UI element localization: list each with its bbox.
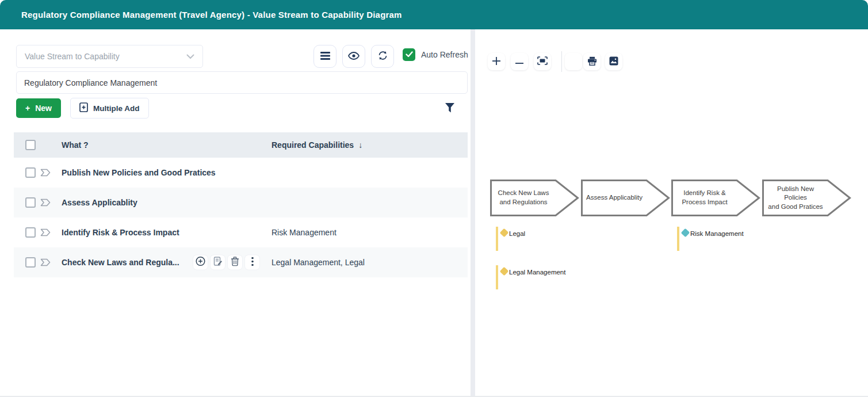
- preview-button[interactable]: [342, 45, 365, 68]
- hamburger-icon: [320, 52, 330, 62]
- multiple-add-label: Multiple Add: [93, 104, 140, 113]
- row-checkbox[interactable]: [25, 167, 36, 178]
- row-what: Publish New Policies and Good Pratices: [62, 168, 216, 177]
- value-stream-stage[interactable]: Check New Laws and Regulations: [490, 180, 579, 216]
- auto-refresh-label: Auto Refresh: [421, 50, 468, 59]
- plus-icon: [492, 56, 501, 67]
- zoom-in-button[interactable]: [488, 53, 505, 70]
- value-stream-stage[interactable]: Assess Applicablity: [581, 180, 670, 216]
- toolbar-separator: [561, 51, 562, 72]
- chevron-down-icon: [186, 51, 194, 62]
- capability-label: Risk Management: [690, 230, 744, 237]
- export-image-button[interactable]: [605, 53, 622, 70]
- stage-chevron-icon: [40, 228, 51, 239]
- table-row[interactable]: Check New Laws and Regula...: [14, 247, 468, 277]
- sort-desc-icon: ↓: [358, 140, 362, 150]
- multiple-add-icon: [79, 102, 88, 114]
- row-capabilities: Risk Management: [272, 228, 337, 237]
- panel-divider[interactable]: [471, 29, 475, 397]
- print-button[interactable]: [583, 53, 601, 70]
- capability-diamond-icon: [681, 228, 690, 238]
- minus-icon: [515, 58, 524, 66]
- fit-to-screen-button[interactable]: [534, 53, 551, 70]
- select-all-checkbox[interactable]: [25, 140, 36, 150]
- table-row[interactable]: Publish New Policies and Good Pratices: [14, 158, 468, 188]
- row-what: Identify Risk & Process Impact: [62, 228, 179, 237]
- stage-label: Assess Applicablity: [584, 180, 645, 216]
- table-header-row: What ? Required Capabilities ↓: [14, 132, 468, 158]
- edit-note-icon: [213, 257, 223, 269]
- diagram-panel: Check New Laws and Regulations Assess Ap…: [475, 29, 868, 397]
- column-header-what[interactable]: What ?: [62, 140, 89, 150]
- circle-plus-icon: [196, 257, 205, 269]
- diagram-type-value: Value Stream to Capability: [25, 52, 186, 61]
- row-capabilities: Legal Management, Legal: [272, 258, 365, 267]
- capability-bar: [677, 227, 679, 251]
- editor-panel: Value Stream to Capability: [0, 29, 471, 397]
- capability-diamond-icon: [500, 228, 509, 238]
- capability-bar: [496, 227, 498, 251]
- diagram-type-select[interactable]: Value Stream to Capability: [16, 45, 203, 68]
- table-row[interactable]: Identify Risk & Process Impact Risk Mana…: [14, 217, 468, 247]
- filter-funnel-icon: [445, 105, 455, 115]
- row-what: Check New Laws and Regula...: [62, 258, 179, 267]
- menu-button[interactable]: [313, 45, 337, 68]
- title-bar: Regulatory Compliance Management (Travel…: [0, 0, 868, 29]
- row-what: Assess Applicablity: [62, 198, 137, 207]
- row-more-button[interactable]: [245, 255, 259, 270]
- column-header-capabilities-label: Required Capabilities: [272, 140, 354, 150]
- stage-chevron-icon: [40, 199, 51, 209]
- capability-bar: [496, 265, 498, 289]
- add-capability-button[interactable]: [193, 255, 208, 270]
- stage-label: Publish New Policies and Good Pratices: [765, 180, 826, 216]
- value-stream-stage[interactable]: Publish New Policies and Good Pratices: [762, 180, 851, 216]
- refresh-icon: [378, 51, 388, 62]
- diagram-name-input[interactable]: [16, 71, 468, 94]
- stage-label: Identify Risk & Process Impact: [674, 180, 735, 216]
- image-icon: [609, 56, 618, 67]
- fit-screen-icon: [537, 56, 548, 67]
- app-window: Regulatory Compliance Management (Travel…: [0, 0, 868, 397]
- capability-label: Legal: [509, 230, 525, 237]
- eye-icon: [348, 52, 360, 62]
- row-checkbox[interactable]: [25, 197, 36, 208]
- refresh-button[interactable]: [371, 45, 394, 68]
- capability-diamond-icon: [500, 267, 509, 276]
- value-stream-stage[interactable]: Identify Risk & Process Impact: [671, 180, 760, 216]
- plus-icon: +: [25, 104, 30, 113]
- row-checkbox[interactable]: [25, 227, 36, 238]
- blank-tool-button[interactable]: [565, 53, 582, 70]
- check-icon: [406, 49, 413, 60]
- edit-row-button[interactable]: [211, 255, 225, 270]
- kebab-menu-icon: [251, 257, 254, 268]
- new-button[interactable]: + New: [16, 98, 61, 118]
- stage-label: Check New Laws and Regulations: [493, 180, 554, 216]
- delete-row-button[interactable]: [228, 255, 242, 270]
- value-stream-table: What ? Required Capabilities ↓ Publish N…: [14, 132, 468, 277]
- auto-refresh-checkbox[interactable]: [403, 48, 415, 61]
- column-header-capabilities[interactable]: Required Capabilities ↓: [272, 140, 362, 150]
- trash-icon: [231, 257, 239, 269]
- capability-label: Legal Management: [509, 269, 565, 276]
- auto-refresh-control: Auto Refresh: [403, 48, 468, 61]
- row-action-buttons: [193, 255, 259, 270]
- new-button-label: New: [35, 104, 52, 113]
- row-checkbox[interactable]: [25, 257, 36, 268]
- stage-chevron-icon: [40, 258, 51, 269]
- multiple-add-button[interactable]: Multiple Add: [70, 98, 149, 119]
- stage-chevron-icon: [40, 169, 51, 179]
- filter-button[interactable]: [445, 102, 456, 114]
- printer-icon: [587, 56, 597, 67]
- page-title: Regulatory Compliance Management (Travel…: [0, 10, 402, 20]
- zoom-out-button[interactable]: [511, 53, 528, 70]
- table-row[interactable]: Assess Applicablity: [14, 188, 468, 217]
